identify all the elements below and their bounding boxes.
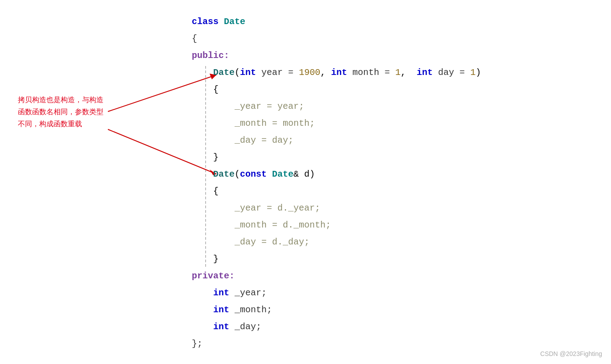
- code-line-9: }: [192, 149, 481, 166]
- code-line-6: _year = year;: [192, 98, 481, 115]
- code-line-2: {: [192, 30, 481, 47]
- code-line-15: }: [192, 251, 481, 268]
- code-line-19: int _day;: [192, 318, 481, 335]
- code-line-8: _day = day;: [192, 132, 481, 149]
- annotation-text: 拷贝构造也是构造，与构造函数函数名相同，参数类型不同，构成函数重载: [18, 96, 103, 128]
- code-line-4: Date(int year = 1900, int month = 1, int…: [192, 64, 481, 81]
- code-line-1: class Date: [192, 13, 481, 30]
- code-line-14: _day = d._day;: [192, 234, 481, 251]
- code-line-18: int _month;: [192, 302, 481, 318]
- code-line-12: _year = d._year;: [192, 200, 481, 217]
- code-line-20: };: [192, 335, 481, 352]
- code-line-10: Date(const Date& d): [192, 166, 481, 183]
- code-line-11: {: [192, 183, 481, 200]
- code-line-5: {: [192, 81, 481, 98]
- code-line-7: _month = month;: [192, 115, 481, 132]
- code-area: class Date { public: Date(int year = 190…: [192, 13, 481, 352]
- code-line-16: private:: [192, 268, 481, 285]
- code-line-3: public:: [192, 47, 481, 64]
- watermark: CSDN @2023Fighting: [540, 350, 602, 357]
- code-line-13: _month = d._month;: [192, 217, 481, 234]
- annotation-box: 拷贝构造也是构造，与构造函数函数名相同，参数类型不同，构成函数重载: [18, 94, 107, 130]
- code-line-17: int _year;: [192, 285, 481, 302]
